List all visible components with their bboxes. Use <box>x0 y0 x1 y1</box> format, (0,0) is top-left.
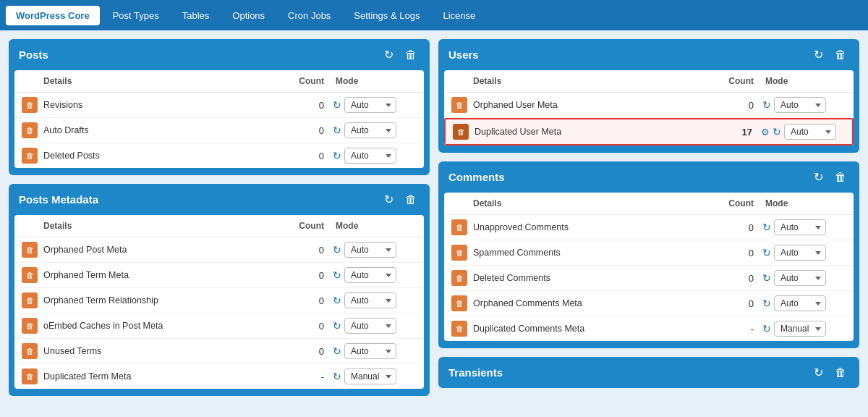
row-refresh-icon[interactable]: ↻ <box>333 345 341 357</box>
row-refresh-icon[interactable]: ↻ <box>333 125 341 136</box>
row-delete-button[interactable]: 🗑 <box>22 267 38 283</box>
row-delete-button[interactable]: 🗑 <box>451 97 467 113</box>
users-delete-button[interactable]: 🗑 <box>832 47 849 63</box>
row-mode: ↻ AutoManual <box>330 148 417 164</box>
row-refresh-icon[interactable]: ↻ <box>333 269 341 281</box>
row-mode-select[interactable]: AutoManual <box>774 321 826 337</box>
posts-col-mode: Mode <box>330 76 417 86</box>
row-delete-button[interactable]: 🗑 <box>451 219 467 235</box>
transients-section-title: Transients <box>448 366 503 379</box>
row-mode-select[interactable]: AutoManual <box>774 295 826 311</box>
row-refresh-icon[interactable]: ↻ <box>762 323 771 334</box>
users-section: Users ↻ 🗑 Details Count Mode 🗑 Orphaned … <box>438 39 859 153</box>
transients-refresh-button[interactable]: ↻ <box>811 364 826 381</box>
comments-table: Details Count Mode 🗑 Unapproved Comments… <box>444 193 854 341</box>
nav-tab-options[interactable]: Options <box>222 6 275 25</box>
row-mode-select[interactable]: AutoManual <box>344 292 396 308</box>
row-mode: ↻ AutoManual <box>330 318 417 334</box>
row-delete-button[interactable]: 🗑 <box>451 321 467 337</box>
row-mode-select[interactable]: AutoManual <box>344 343 396 359</box>
posts-col-details: Details <box>43 76 272 86</box>
posts-refresh-button[interactable]: ↻ <box>381 46 396 63</box>
row-count: 0 <box>272 245 330 256</box>
row-mode-select[interactable]: AutoManual <box>774 270 826 286</box>
row-count: 0 <box>272 270 330 281</box>
row-mode: ⚙ ↻ AutoManual <box>758 124 845 140</box>
table-row: 🗑 Orphaned Comments Meta 0 ↻ AutoManual <box>444 291 854 316</box>
comments-section-actions: ↻ 🗑 <box>811 169 849 185</box>
row-mode-select[interactable]: AutoManual <box>774 245 826 261</box>
row-mode-select[interactable]: AutoManual <box>344 368 396 384</box>
posts-delete-button[interactable]: 🗑 <box>402 47 420 63</box>
row-label: Unused Terms <box>43 346 272 356</box>
transients-delete-button[interactable]: 🗑 <box>832 365 849 381</box>
table-row: 🗑 Unapproved Comments 0 ↻ AutoManual <box>444 215 854 240</box>
row-delete-button[interactable]: 🗑 <box>22 148 38 164</box>
posts-metadata-refresh-button[interactable]: ↻ <box>381 191 396 208</box>
row-label: oEmbed Caches in Post Meta <box>43 321 272 331</box>
row-mode-select[interactable]: AutoManual <box>774 97 826 113</box>
posts-metadata-delete-button[interactable]: 🗑 <box>402 192 420 208</box>
row-refresh-icon[interactable]: ↻ <box>762 222 771 233</box>
row-delete-button[interactable]: 🗑 <box>22 97 38 113</box>
nav-tab-cron-jobs[interactable]: Cron Jobs <box>278 6 341 25</box>
row-refresh-icon[interactable]: ↻ <box>333 99 341 111</box>
row-delete-button[interactable]: 🗑 <box>22 242 38 258</box>
posts-metadata-section: Posts Metadata ↻ 🗑 Details Count Mode 🗑 … <box>9 184 430 396</box>
row-delete-button[interactable]: 🗑 <box>22 292 38 308</box>
row-mode-select[interactable]: AutoManual <box>344 267 396 283</box>
table-row: 🗑 Deleted Comments 0 ↻ AutoManual <box>444 266 854 291</box>
row-refresh-icon[interactable]: ↻ <box>333 371 341 382</box>
row-count: - <box>272 371 330 382</box>
top-navigation: WordPress Core Post Types Tables Options… <box>0 0 868 30</box>
table-row: 🗑 Orphaned Post Meta 0 ↻ AutoManual <box>14 237 424 263</box>
row-delete-button[interactable]: 🗑 <box>22 122 38 138</box>
row-refresh-icon[interactable]: ↻ <box>333 295 341 306</box>
pm-col-count: Count <box>272 221 330 231</box>
row-mode-select[interactable]: AutoManual <box>344 318 396 334</box>
comments-refresh-button[interactable]: ↻ <box>811 169 826 185</box>
row-label: Orphaned Term Meta <box>43 270 272 280</box>
row-refresh-icon[interactable]: ↻ <box>333 320 341 332</box>
row-delete-button[interactable]: 🗑 <box>22 318 38 334</box>
row-refresh-icon[interactable]: ↻ <box>333 150 341 161</box>
row-refresh-icon[interactable]: ↻ <box>773 126 781 138</box>
row-mode-select[interactable]: AutoManual <box>784 124 836 140</box>
row-refresh-icon[interactable]: ↻ <box>762 272 771 284</box>
row-refresh-icon[interactable]: ↻ <box>762 99 771 111</box>
row-delete-button[interactable]: 🗑 <box>451 270 467 286</box>
row-delete-button[interactable]: 🗑 <box>22 343 38 359</box>
row-mode-select[interactable]: AutoManual <box>344 242 396 258</box>
nav-tab-tables[interactable]: Tables <box>172 6 220 25</box>
row-mode-select[interactable]: AutoManual <box>344 97 396 113</box>
users-refresh-button[interactable]: ↻ <box>811 46 826 63</box>
row-delete-button[interactable]: 🗑 <box>22 368 38 384</box>
nav-tab-settings-logs[interactable]: Settings & Logs <box>344 6 430 25</box>
row-label: Spammed Comments <box>473 248 702 258</box>
row-count: 0 <box>272 295 330 306</box>
row-refresh-icon[interactable]: ↻ <box>333 244 341 256</box>
row-delete-button[interactable]: 🗑 <box>453 124 469 140</box>
comments-section: Comments ↻ 🗑 Details Count Mode 🗑 Unappr… <box>438 161 859 348</box>
nav-tab-wordpress-core[interactable]: WordPress Core <box>6 6 100 25</box>
row-delete-button[interactable]: 🗑 <box>451 295 467 311</box>
users-table: Details Count Mode 🗑 Orphaned User Meta … <box>444 70 854 146</box>
posts-section-header: Posts ↻ 🗑 <box>9 39 430 70</box>
users-table-header: Details Count Mode <box>444 70 854 93</box>
nav-tab-post-types[interactable]: Post Types <box>103 6 169 25</box>
row-mode-select[interactable]: AutoManual <box>344 148 396 164</box>
row-mode: ↻ AutoManual <box>330 368 417 384</box>
row-refresh-icon[interactable]: ↻ <box>762 247 771 258</box>
row-count: 0 <box>702 248 760 258</box>
table-row: 🗑 Duplicated Comments Meta - ↻ AutoManua… <box>444 316 854 341</box>
users-section-actions: ↻ 🗑 <box>811 46 849 63</box>
nav-tab-license[interactable]: License <box>433 6 485 25</box>
row-mode-select[interactable]: AutoManual <box>344 122 396 138</box>
row-mode-select[interactable]: AutoManual <box>774 219 826 235</box>
row-delete-button[interactable]: 🗑 <box>451 245 467 261</box>
row-refresh-icon[interactable]: ↻ <box>762 298 771 309</box>
comments-delete-button[interactable]: 🗑 <box>832 169 849 185</box>
posts-table: Details Count Mode 🗑 Revisions 0 ↻ AutoM… <box>14 70 424 168</box>
row-settings-icon[interactable]: ⚙ <box>761 127 770 138</box>
row-label: Unapproved Comments <box>473 222 702 232</box>
